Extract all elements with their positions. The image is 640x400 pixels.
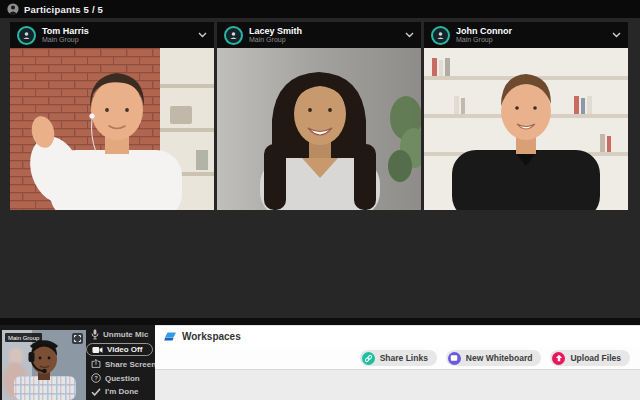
button-label: Upload Files (570, 353, 621, 363)
workspaces-actions: Share Links New Whiteboard Upload Files (155, 347, 640, 370)
participant-group: Main Group (249, 36, 302, 44)
upload-icon (552, 352, 565, 365)
self-panel: Main Group Unmute Mic (0, 325, 155, 400)
chevron-down-icon[interactable] (198, 32, 207, 38)
question-button[interactable]: ? Question (86, 372, 155, 384)
video-feed-tom-harris (10, 48, 214, 210)
workspaces-content-area (155, 370, 640, 400)
participant-avatar (431, 26, 450, 45)
workspaces-panel: Workspaces Share Links (155, 325, 640, 400)
link-icon (362, 352, 375, 365)
mic-icon (91, 329, 99, 340)
call-controls: Unmute Mic Video Off (86, 327, 155, 398)
control-label: Question (105, 374, 140, 383)
participant-name: Lacey Smith (249, 26, 302, 36)
button-label: New Whiteboard (466, 353, 533, 363)
control-label: I'm Done (105, 387, 138, 396)
workspaces-header: Workspaces (155, 326, 640, 347)
control-label: Share Screen (105, 360, 156, 369)
video-tile-lacey-smith: Lacey Smith Main Group (217, 22, 421, 210)
check-icon (91, 388, 101, 396)
participant-group: Main Group (42, 36, 89, 44)
unmute-mic-button[interactable]: Unmute Mic (86, 328, 155, 341)
video-camera-icon (92, 346, 103, 354)
video-grid: Tom Harris Main Group (10, 22, 628, 210)
tile-header: Lacey Smith Main Group (217, 22, 421, 48)
im-done-button[interactable]: I'm Done (86, 386, 155, 397)
share-links-button[interactable]: Share Links (360, 350, 437, 366)
participants-count-label: Participants 5 / 5 (24, 4, 103, 15)
tile-header: Tom Harris Main Group (10, 22, 214, 48)
tile-header: John Connor Main Group (424, 22, 628, 48)
self-video: Main Group (2, 330, 86, 400)
participant-name: Tom Harris (42, 26, 89, 36)
participant-avatar (224, 26, 243, 45)
button-label: Share Links (380, 353, 428, 363)
video-off-button[interactable]: Video Off (86, 343, 153, 356)
meeting-app: Participants 5 / 5 Tom Harris Main Group (0, 0, 640, 400)
workspaces-icon (164, 331, 177, 342)
participant-group: Main Group (456, 36, 512, 44)
video-tile-tom-harris: Tom Harris Main Group (10, 22, 214, 210)
upload-files-button[interactable]: Upload Files (550, 350, 630, 366)
workspaces-title: Workspaces (182, 331, 241, 342)
participant-avatar (17, 26, 36, 45)
question-icon: ? (91, 373, 101, 383)
chevron-down-icon[interactable] (612, 32, 621, 38)
participant-icon (7, 3, 19, 15)
expand-icon[interactable] (72, 333, 83, 344)
participant-name: John Connor (456, 26, 512, 36)
chevron-down-icon[interactable] (405, 32, 414, 38)
control-label: Video Off (107, 345, 142, 354)
control-label: Unmute Mic (103, 330, 148, 339)
new-whiteboard-button[interactable]: New Whiteboard (446, 350, 542, 366)
self-group-badge: Main Group (5, 333, 42, 342)
svg-text:?: ? (94, 375, 98, 381)
bottom-bar: Main Group Unmute Mic (0, 318, 640, 400)
participants-bar[interactable]: Participants 5 / 5 (0, 0, 640, 18)
video-tile-john-connor: John Connor Main Group (424, 22, 628, 210)
share-screen-button[interactable]: Share Screen (86, 358, 155, 370)
whiteboard-icon (448, 352, 461, 365)
share-screen-icon (91, 359, 101, 369)
video-feed-john-connor (424, 48, 628, 210)
video-feed-lacey-smith (217, 48, 421, 210)
